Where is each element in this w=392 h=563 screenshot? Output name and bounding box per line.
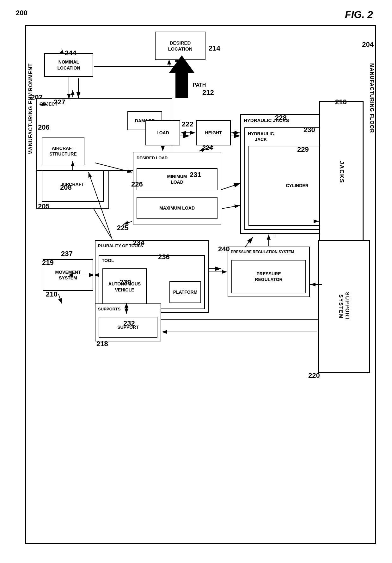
ref-229: 229 [297, 145, 309, 154]
tool-inner-box: TOOL AUTONOMOUS VEHICLE PLATFORM [99, 255, 205, 309]
platform-tool-box: PLATFORM [169, 281, 201, 303]
ref-244: 244 [65, 49, 77, 57]
ref-226: 226 [131, 180, 143, 188]
path-arrow-head [169, 55, 194, 73]
autonomous-vehicle-box: AUTONOMOUS VEHICLE [102, 268, 147, 305]
diagram-number: 200 [16, 9, 28, 17]
load-box: LOAD [145, 120, 180, 145]
platform-205-box: PLATFORM AIRCRAFT [36, 98, 109, 209]
ref-218: 218 [96, 340, 108, 348]
ref-205: 205 [38, 202, 50, 211]
aircraft-box: AIRCRAFT [42, 167, 104, 202]
ref-240: 240 [218, 245, 230, 253]
fig-label: FIG. 2 [345, 9, 373, 21]
height-box: HEIGHT [196, 120, 231, 145]
ref-230: 230 [303, 126, 315, 134]
max-load-box: MAXIMUM LOAD [137, 197, 217, 219]
ref-222: 222 [182, 120, 193, 128]
ref-214: 214 [209, 44, 220, 52]
ref-228: 228 [275, 114, 287, 122]
ref-227: 227 [54, 98, 65, 106]
plurality-of-tools-outer-box: PLURALITY OF TOOLS TOOL AUTONOMOUS VEHIC… [95, 240, 209, 313]
ref-237: 237 [61, 250, 73, 258]
ref-204: 204 [362, 40, 374, 49]
ref-231: 231 [190, 171, 201, 179]
ref-212: 212 [202, 89, 214, 97]
ref-208: 208 [60, 183, 72, 192]
page: FIG. 2 200 MANUFACTURING ENVIRONMENT MAN… [0, 0, 392, 563]
ref-219: 219 [42, 259, 54, 267]
ref-236: 236 [158, 253, 170, 261]
manufacturing-environment-label: MANUFACTURING ENVIRONMENT [28, 63, 34, 155]
pressure-regulation-outer-box: PRESSURE REGULATION SYSTEM PRESSURE REGU… [228, 247, 310, 297]
ref-225: 225 [117, 224, 129, 232]
ref-224: 224 [202, 144, 213, 151]
ref-206: 206 [38, 123, 50, 132]
support-system-outer-box: SUPPORT SYSTEM [318, 240, 370, 373]
path-label: PATH [193, 82, 206, 88]
ref-216: 216 [335, 98, 347, 106]
desired-load-outer-box: DESIRED LOAD MINIMUM LOAD MAXIMUM LOAD [133, 152, 221, 224]
ref-220: 220 [308, 371, 320, 380]
path-arrow-stem [175, 73, 188, 98]
ref-234: 234 [133, 239, 144, 247]
pressure-regulator-box: PRESSURE REGULATOR [231, 260, 306, 293]
manufacturing-floor-label: MANUFACTURING FLOOR [369, 63, 375, 133]
min-load-box: MINIMUM LOAD [137, 168, 217, 190]
ref-210: 210 [46, 290, 58, 298]
jacks-outer-box: JACKS [319, 101, 364, 243]
ref-232: 232 [123, 319, 135, 327]
ref-239: 239 [119, 278, 131, 286]
